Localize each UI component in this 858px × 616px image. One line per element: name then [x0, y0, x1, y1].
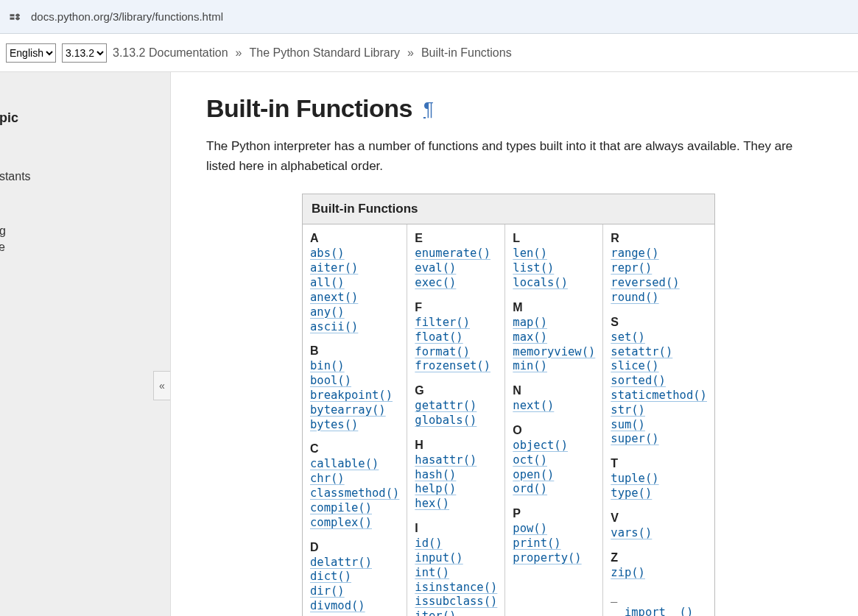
function-link[interactable]: tuple() [611, 472, 707, 486]
function-link[interactable]: vars() [611, 526, 707, 541]
sidebar-item[interactable]: n [0, 130, 163, 146]
function-link[interactable]: float() [415, 330, 497, 345]
function-link[interactable]: chr() [310, 472, 399, 486]
function-link[interactable]: enumerate() [415, 247, 497, 261]
function-link[interactable]: print() [513, 537, 595, 551]
function-link[interactable]: id() [415, 537, 497, 551]
function-link[interactable]: complex() [310, 516, 399, 531]
function-link[interactable]: pow() [513, 522, 595, 537]
function-link[interactable]: isinstance() [415, 581, 497, 595]
function-link[interactable]: super() [611, 432, 707, 447]
url-text[interactable]: docs.python.org/3/library/functions.html [31, 10, 223, 23]
function-link[interactable]: repr() [611, 261, 707, 276]
svg-rect-1 [10, 18, 14, 19]
function-link[interactable]: ord() [513, 482, 595, 497]
sidebar-heading: opic [0, 110, 163, 126]
letter-heading: N [513, 384, 595, 397]
function-link[interactable]: breakpoint() [310, 389, 399, 403]
function-link[interactable]: staticmethod() [611, 389, 707, 403]
function-link[interactable]: iter() [415, 609, 497, 616]
function-link[interactable]: filter() [415, 316, 497, 330]
function-link[interactable]: abs() [310, 247, 399, 261]
letter-group: Nnext() [513, 384, 595, 414]
headerlink-icon[interactable]: ¶ [423, 98, 433, 120]
function-link[interactable]: zip() [611, 566, 707, 581]
function-link[interactable]: help() [415, 482, 497, 497]
function-link[interactable]: __import__() [611, 606, 707, 616]
letter-group: Ppow()print()property() [513, 507, 595, 565]
browser-urlbar: docs.python.org/3/library/functions.html [0, 0, 858, 34]
letter-heading: C [310, 442, 399, 456]
letter-heading: G [415, 384, 497, 397]
letter-heading: Z [611, 551, 707, 564]
function-link[interactable]: dir() [310, 584, 399, 599]
top-navigation: English 3.13.2 3.13.2 Documentation » Th… [0, 34, 858, 72]
function-link[interactable]: input() [415, 551, 497, 566]
sidebar-item[interactable]: ce [0, 239, 163, 255]
function-link[interactable]: compile() [310, 501, 399, 516]
function-link[interactable]: set() [611, 330, 707, 345]
function-link[interactable]: slice() [611, 359, 707, 374]
function-link[interactable]: next() [513, 399, 595, 414]
function-link[interactable]: delattr() [310, 556, 399, 570]
letter-group: Ffilter()float()format()frozenset() [415, 301, 497, 374]
site-settings-icon[interactable] [7, 9, 24, 25]
function-link[interactable]: hash() [415, 468, 497, 483]
function-link[interactable]: classmethod() [310, 486, 399, 501]
version-select[interactable]: 3.13.2 [62, 43, 107, 63]
page-title-text: Built-in Functions [206, 94, 412, 122]
function-link[interactable]: map() [513, 316, 595, 330]
function-link[interactable]: str() [611, 403, 707, 418]
function-link[interactable]: hasattr() [415, 453, 497, 468]
function-link[interactable]: type() [611, 486, 707, 501]
function-link[interactable]: property() [513, 551, 595, 566]
function-link[interactable]: setattr() [611, 345, 707, 360]
function-link[interactable]: frozenset() [415, 359, 497, 374]
function-link[interactable]: round() [611, 291, 707, 305]
function-link[interactable]: divmod() [310, 599, 399, 614]
function-link[interactable]: bin() [310, 359, 399, 374]
function-link[interactable]: int() [415, 566, 497, 581]
sidebar-item[interactable]: e [0, 207, 163, 223]
sidebar-item[interactable]: nstants [0, 169, 163, 185]
breadcrumb-stdlib[interactable]: The Python Standard Library [249, 46, 400, 60]
function-link[interactable]: max() [513, 330, 595, 345]
function-link[interactable]: bool() [310, 374, 399, 389]
function-link[interactable]: len() [513, 247, 595, 261]
function-link[interactable]: aiter() [310, 261, 399, 276]
function-link[interactable]: eval() [415, 261, 497, 276]
function-link[interactable]: locals() [513, 276, 595, 291]
function-link[interactable]: issubclass() [415, 595, 497, 609]
letter-heading: B [310, 344, 399, 358]
sidebar-item[interactable]: ug [0, 223, 163, 239]
function-link[interactable]: globals() [415, 414, 497, 428]
function-link[interactable]: range() [611, 247, 707, 261]
function-link[interactable]: all() [310, 276, 399, 291]
function-link[interactable]: object() [513, 439, 595, 453]
sidebar-collapse-button[interactable]: « [153, 371, 171, 400]
table-header: Built-in Functions [303, 194, 715, 224]
function-link[interactable]: open() [513, 468, 595, 483]
function-link[interactable]: ascii() [310, 320, 399, 335]
function-link[interactable]: callable() [310, 457, 399, 472]
function-link[interactable]: sorted() [611, 374, 707, 389]
function-link[interactable]: hex() [415, 497, 497, 511]
letter-group: Eenumerate()eval()exec() [415, 232, 497, 290]
function-link[interactable]: bytes() [310, 418, 399, 433]
function-link[interactable]: min() [513, 359, 595, 374]
breadcrumb-doc-root[interactable]: 3.13.2 Documentation [113, 46, 228, 60]
function-link[interactable]: sum() [611, 418, 707, 433]
function-link[interactable]: list() [513, 261, 595, 276]
language-select[interactable]: English [6, 43, 56, 63]
function-link[interactable]: exec() [415, 276, 497, 291]
function-link[interactable]: getattr() [415, 399, 497, 414]
function-link[interactable]: bytearray() [310, 403, 399, 418]
function-link[interactable]: memoryview() [513, 345, 595, 360]
function-link[interactable]: any() [310, 305, 399, 320]
function-link[interactable]: anext() [310, 291, 399, 305]
function-link[interactable]: reversed() [611, 276, 707, 291]
function-link[interactable]: format() [415, 345, 497, 360]
function-link[interactable]: dict() [310, 570, 399, 584]
builtin-functions-table: Built-in Functions Aabs()aiter()all()ane… [302, 194, 715, 616]
function-link[interactable]: oct() [513, 453, 595, 468]
